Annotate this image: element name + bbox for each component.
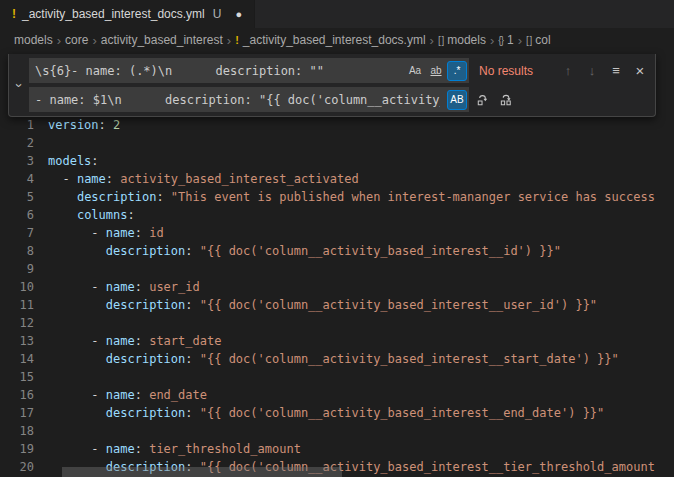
breadcrumb-label: core (65, 33, 88, 47)
code-line[interactable]: 11 description: "{{ doc('column__activit… (0, 296, 674, 314)
code-token: - (48, 280, 106, 294)
replace-input-box: AB (29, 87, 469, 112)
selection-icon: ≡ (612, 63, 620, 78)
code-token: : (106, 172, 120, 186)
code-token: - (48, 388, 106, 402)
code-line[interactable]: 13 - name: start_date (0, 332, 674, 350)
line-number: 16 (0, 386, 34, 404)
line-number: 13 (0, 332, 34, 350)
find-widget-rows: Aa ab .* No results ↑ ↓ ≡ × (29, 58, 651, 112)
code-token: description (106, 244, 185, 258)
code-line[interactable]: 19 - name: tier_threshold_amount (0, 440, 674, 458)
code-line[interactable]: 14 description: "{{ doc('column__activit… (0, 350, 674, 368)
toggle-replace-button[interactable]: › (9, 58, 29, 112)
find-previous-button[interactable]: ↑ (557, 60, 579, 82)
line-text: - name: id (48, 224, 164, 242)
code-token: : (135, 226, 149, 240)
code-token: : (185, 298, 199, 312)
line-number: 10 (0, 278, 34, 296)
line-text: description: "{{ doc('column__activity_b… (48, 404, 604, 422)
code-token: models (48, 154, 91, 168)
line-text: description: "{{ doc('column__activity_b… (48, 242, 561, 260)
code-token: "{{ doc('column__activity_based_interest… (200, 298, 597, 312)
code-line[interactable]: 9 (0, 260, 674, 278)
code-token (48, 406, 106, 420)
breadcrumb-item-models[interactable]: [ ]models (438, 33, 486, 47)
code-line[interactable]: 16 - name: end_date (0, 386, 674, 404)
line-text: version: 2 (48, 116, 120, 134)
regex-button[interactable]: .* (447, 61, 467, 81)
code-token: 2 (113, 118, 120, 132)
code-token: description (77, 190, 156, 204)
line-text: description: "{{ doc('column__activity_b… (48, 296, 597, 314)
code-token: : (135, 334, 149, 348)
replace-input[interactable] (29, 87, 446, 112)
breadcrumb-label: activity_based_interest (101, 33, 223, 47)
code-token (48, 208, 77, 222)
find-in-selection-button[interactable]: ≡ (605, 60, 627, 82)
find-input[interactable] (29, 58, 404, 83)
code-line[interactable]: 15 (0, 368, 674, 386)
code-line[interactable]: 7 - name: id (0, 224, 674, 242)
line-number: 17 (0, 404, 34, 422)
breadcrumb-item-_activity_based_interest_docs.yml[interactable]: !_activity_based_interest_docs.yml (235, 33, 425, 47)
line-number: 12 (0, 314, 34, 332)
code-token (48, 352, 106, 366)
code-token: tier_threshold_amount (149, 442, 301, 456)
find-next-button[interactable]: ↓ (581, 60, 603, 82)
code-line[interactable]: 4 - name: activity_based_interest_activa… (0, 170, 674, 188)
code-line[interactable]: 10 - name: user_id (0, 278, 674, 296)
code-line[interactable]: 3models: (0, 152, 674, 170)
find-row: Aa ab .* No results ↑ ↓ ≡ × (29, 58, 651, 83)
code-line[interactable]: 17 description: "{{ doc('column__activit… (0, 404, 674, 422)
warning-icon: ! (235, 34, 239, 46)
code-line[interactable]: 6 columns: (0, 206, 674, 224)
code-token: : (127, 208, 134, 222)
breadcrumb-label: _activity_based_interest_docs.yml (243, 33, 426, 47)
code-line[interactable]: 12 (0, 314, 674, 332)
editor-tab[interactable]: ! _activity_based_interest_docs.yml U ● (0, 0, 255, 28)
breadcrumb-item-models[interactable]: models (14, 33, 53, 47)
breadcrumb-label: col (535, 33, 550, 47)
array-icon: [ ] (438, 35, 443, 46)
replace-button[interactable] (471, 89, 493, 111)
match-case-button[interactable]: Aa (405, 61, 425, 81)
dirty-indicator-dot[interactable]: ● (235, 9, 242, 20)
whole-word-button[interactable]: ab (426, 61, 446, 81)
code-token: name (106, 442, 135, 456)
breadcrumb-item-1[interactable]: {}1 (498, 33, 513, 47)
code-token: : (185, 244, 199, 258)
breadcrumb-item-core[interactable]: core (65, 33, 88, 47)
code-line[interactable]: 18 (0, 422, 674, 440)
line-number: 14 (0, 350, 34, 368)
code-token: description (106, 352, 185, 366)
code-token: name (106, 280, 135, 294)
code-token: start_date (149, 334, 221, 348)
breadcrumb-separator: › (430, 33, 434, 48)
vscode-window: ! _activity_based_interest_docs.yml U ● … (0, 0, 674, 477)
line-text: models: (48, 152, 99, 170)
code-token (48, 190, 77, 204)
git-status-badge: U (213, 7, 222, 21)
code-line[interactable]: 2 (0, 134, 674, 152)
breadcrumb-item-col[interactable]: [ ]col (526, 33, 551, 47)
replace-all-button[interactable] (495, 89, 517, 111)
code-token: description (106, 406, 185, 420)
code-line[interactable]: 8 description: "{{ doc('column__activity… (0, 242, 674, 260)
line-text: - name: user_id (48, 278, 200, 296)
code-token: : (185, 352, 199, 366)
close-find-button[interactable]: × (629, 60, 651, 82)
line-text: - name: activity_based_interest_activate… (48, 170, 359, 188)
code-token: : (135, 388, 149, 402)
code-line[interactable]: 5 description: "This event is published … (0, 188, 674, 206)
code-line[interactable]: 1version: 2 (0, 116, 674, 134)
horizontal-scrollbar-thumb[interactable] (62, 467, 342, 477)
line-number: 1 (0, 116, 34, 134)
breadcrumb-item-activity_based_interest[interactable]: activity_based_interest (101, 33, 223, 47)
code-token: "{{ doc('column__activity_based_interest… (200, 352, 619, 366)
code-token (48, 298, 106, 312)
line-text: - name: tier_threshold_amount (48, 440, 301, 458)
preserve-case-button[interactable]: AB (447, 90, 467, 110)
breadcrumb-label: 1 (507, 33, 514, 47)
breadcrumb-separator: › (227, 33, 231, 48)
